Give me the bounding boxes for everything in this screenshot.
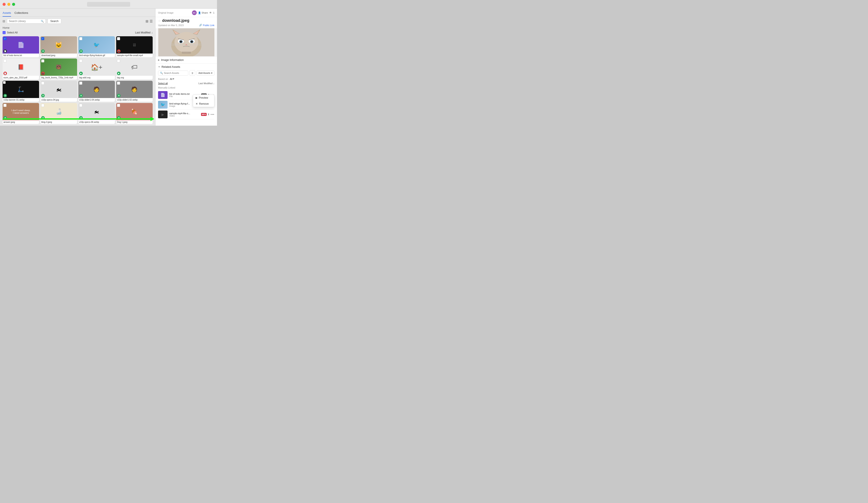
share-label: Share <box>202 11 208 14</box>
asset-thumbnail: 🐻 <box>40 59 77 76</box>
asset-thumbnail: 🖥 <box>116 36 153 54</box>
asset-name: bird-wings-flying-feature.gif <box>79 54 115 57</box>
related-select-all[interactable]: Select all <box>158 82 168 85</box>
add-assets-button[interactable]: Add Assets ▾ <box>196 71 214 75</box>
select-all-button[interactable]: — Select All <box>3 31 18 34</box>
related-select-row: Select all Last Modified ↓ <box>158 82 214 85</box>
share-button[interactable]: 👤 Share <box>198 11 208 14</box>
asset-item[interactable]: 🍖 🖼 Dog 1.jpeg <box>116 103 153 124</box>
titlebar-search-input[interactable] <box>87 2 130 7</box>
asset-checkbox[interactable] <box>41 59 44 62</box>
asset-item[interactable]: 🏷 ⬟ tag.svg <box>116 59 153 80</box>
asset-item[interactable]: 🐱 🖼 download.jpeg <box>40 36 77 57</box>
asset-thumbnail: 🧑 <box>79 81 115 98</box>
asset-checkbox[interactable] <box>3 104 7 107</box>
cat-preview-svg: ▓▓▓▓▓▓▓ <box>158 28 214 56</box>
asset-checkbox[interactable]: ◻ <box>3 81 6 84</box>
asset-badge: ⬟ <box>79 72 83 75</box>
asset-item[interactable]: 🛴 ◻ 🖼 v10p-banner-01.webp <box>3 81 39 102</box>
related-search-input[interactable] <box>164 72 186 74</box>
asset-checkbox[interactable] <box>79 82 82 85</box>
preview-menu-item[interactable]: ▶ Preview <box>193 95 214 101</box>
asset-thumbnail: 📄 <box>3 36 39 54</box>
related-sort-control[interactable]: Last Modified ↓ <box>198 82 214 85</box>
based-on-row: Based on All ▾ <box>158 77 214 80</box>
asset-checkbox[interactable] <box>117 104 120 107</box>
asset-checkbox[interactable] <box>41 104 44 107</box>
public-link-button[interactable]: 🔗 Public Link <box>199 24 214 27</box>
asset-checkbox[interactable] <box>117 37 120 40</box>
asset-item[interactable]: 📕 📄 nunn_qian_jep_2010.pdf <box>3 59 39 80</box>
asset-item[interactable]: 🧑 🖼 v10p-slider1-02.webp <box>116 81 153 102</box>
asset-item[interactable]: 🏍 🖼 v10p-specs-04.jpg <box>40 81 77 102</box>
related-item-info: sample-mp4-file-s... Video <box>169 112 199 117</box>
mp4-badge: MP4 <box>201 113 207 116</box>
list-view-icon[interactable]: ☰ <box>149 19 153 23</box>
tag-add-icon: 🏠+ <box>91 63 103 71</box>
asset-item[interactable]: I don't need sleep.I need answers 🖼 answ… <box>3 103 39 124</box>
asset-item[interactable]: 🐦 🖼 bird-wings-flying-feature.gif <box>79 36 115 57</box>
related-assets-section-header[interactable]: ▼ Related Assets <box>155 63 217 70</box>
asset-item[interactable]: 🖥 🎬 sample-mp4-file-small.mp4 <box>116 36 153 57</box>
close-button[interactable] <box>3 3 6 6</box>
asset-name: Dog 1.jpeg <box>116 120 153 124</box>
image-information-label: Image Information <box>161 58 184 62</box>
sort-control[interactable]: Last Modified ↓ <box>135 31 153 34</box>
asset-title-row: ☆ download.jpeg <box>155 17 217 23</box>
asset-item[interactable]: 🧑 🖼 v10p-slider1-04.webp <box>79 81 115 102</box>
chevron-down-icon: ▼ <box>158 66 160 68</box>
asset-checkbox[interactable] <box>3 37 7 40</box>
bird-icon: 🐦 <box>93 42 100 48</box>
asset-name: list of todo items.txt <box>3 54 39 57</box>
more-options-icon[interactable]: ••• <box>210 113 214 116</box>
minimize-button[interactable] <box>7 3 10 6</box>
image-information-section[interactable]: ▶ Image Information <box>155 56 217 63</box>
asset-checkbox[interactable] <box>3 59 7 62</box>
tag-icon: 🏷 <box>131 63 137 71</box>
asset-name: blog-3.jpeg <box>40 120 77 124</box>
download-icon[interactable]: ⬇ <box>207 113 210 116</box>
asset-item[interactable]: 📄 📄 list of todo items.txt <box>3 36 39 57</box>
screen-icon: 🖥 <box>132 43 136 48</box>
asset-badge: 🖼 <box>79 94 83 97</box>
asset-checkbox[interactable] <box>117 82 120 85</box>
asset-item[interactable]: 🍶 🖼 blog-3.jpeg <box>40 103 77 124</box>
sort-label: Last Modified <box>135 31 151 34</box>
context-menu: ▶ Preview ✕ Remove <box>193 95 214 107</box>
search-button[interactable]: Search <box>48 19 61 24</box>
asset-checkbox[interactable] <box>79 59 82 62</box>
grid-view-icon[interactable]: ⊞ <box>146 19 148 23</box>
tab-collections[interactable]: Collections <box>14 10 28 17</box>
svg-text:▓▓▓▓▓▓▓: ▓▓▓▓▓▓▓ <box>182 52 191 54</box>
remove-menu-item[interactable]: ✕ Remove <box>193 101 214 107</box>
select-all-icon: — <box>3 31 6 34</box>
asset-checkbox[interactable] <box>79 37 82 40</box>
maximize-button[interactable] <box>12 3 15 6</box>
star-icon[interactable]: ☆ <box>158 19 161 22</box>
related-filter-button[interactable]: ⧖ <box>189 70 195 76</box>
asset-checkbox[interactable] <box>41 82 44 85</box>
related-sort-label: Last Modified <box>198 82 213 85</box>
select-bar: — Select All Last Modified ↓ <box>0 30 155 35</box>
related-search-row: 🔍 ⧖ Add Assets ▾ <box>158 70 214 76</box>
cat-icon: 🐱 <box>55 41 62 49</box>
view-icons: ⊞ ☰ <box>146 19 153 23</box>
asset-name: tag.svg <box>116 76 153 80</box>
asset-badge: 🖼 <box>3 94 7 97</box>
search-library-input[interactable] <box>9 20 41 23</box>
asset-name: v10p-slider1-04.webp <box>79 98 115 102</box>
asset-checkbox[interactable] <box>117 59 120 62</box>
based-on-all-filter[interactable]: All ▾ <box>170 77 174 80</box>
search-box: 🔍 <box>7 19 46 23</box>
tab-assets[interactable]: Assets <box>3 10 11 17</box>
asset-checkbox[interactable] <box>79 104 82 107</box>
filter-icon[interactable]: ⊟ <box>3 19 5 23</box>
asset-item[interactable]: 🐻 🎬 big_buck_bunny_720p_1mb.mp4 <box>40 59 77 80</box>
filter-icon: ⧖ <box>192 72 193 74</box>
person2-icon: 🧑 <box>131 86 137 92</box>
asset-item[interactable]: 🏍 🖼 v10p-specs-06.webp <box>79 103 115 124</box>
asset-item[interactable]: 🏠+ ⬟ tag-add.svg <box>79 59 115 80</box>
asset-checkbox[interactable] <box>41 37 44 40</box>
left-panel: Assets Collections ⊟ 🔍 Search ⊞ ☰ Home —… <box>0 9 155 126</box>
related-assets-content: 🔍 ⧖ Add Assets ▾ Based on All ▾ <box>155 70 217 126</box>
